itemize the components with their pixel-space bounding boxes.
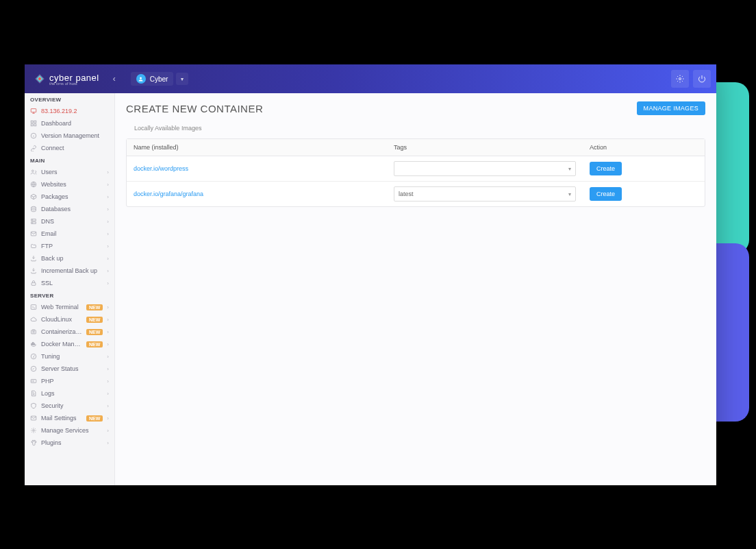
- create-button[interactable]: Create: [590, 187, 622, 201]
- image-name-cell: docker.io/wordpress: [127, 156, 387, 181]
- chevron-right-icon: ›: [107, 256, 109, 262]
- user-chip[interactable]: Cyber: [131, 72, 174, 86]
- sidebar-collapse-toggle[interactable]: ‹: [108, 74, 121, 84]
- sidebar-item-ssl[interactable]: SSL›: [25, 277, 114, 289]
- chevron-right-icon: ›: [107, 219, 109, 225]
- sidebar-item-security[interactable]: Security›: [25, 400, 114, 412]
- sidebar-item-tuning[interactable]: Tuning›: [25, 350, 114, 363]
- svg-rect-23: [32, 343, 34, 344]
- package-icon: [30, 193, 37, 200]
- sidebar-item-email[interactable]: Email›: [25, 228, 114, 240]
- sidebar-item-label: Mail Settings: [41, 415, 82, 422]
- sidebar-item-label: SSL: [41, 280, 103, 286]
- images-table: Name (installed) Tags Action docker.io/w…: [126, 138, 705, 207]
- sidebar-item-ftp[interactable]: FTP›: [25, 240, 114, 252]
- sidebar-item-plugins[interactable]: Plugins›: [25, 437, 114, 449]
- tag-select[interactable]: [394, 161, 576, 176]
- user-menu-caret[interactable]: ▾: [176, 73, 188, 85]
- chevron-right-icon: ›: [107, 354, 109, 360]
- image-tags-cell: latest: [387, 182, 583, 206]
- container-icon: [30, 328, 37, 335]
- brand[interactable]: cyber panel the cms of host: [30, 73, 103, 86]
- backup-icon: [30, 267, 37, 274]
- sidebar-item-server-status[interactable]: Server Status›: [25, 363, 114, 375]
- image-name-link[interactable]: docker.io/wordpress: [134, 165, 188, 172]
- sidebar-item-label: Websites: [41, 181, 103, 188]
- sidebar-item-83-136-219-2[interactable]: 83.136.219.2: [25, 105, 114, 117]
- col-header-tags: Tags: [387, 139, 583, 156]
- image-name-link[interactable]: docker.io/grafana/grafana: [134, 191, 203, 197]
- sidebar-item-dns[interactable]: DNS›: [25, 215, 114, 228]
- col-header-action: Action: [583, 139, 705, 156]
- sidebar-item-cloudlinux[interactable]: CloudLinuxNEW›: [25, 313, 114, 326]
- image-action-cell: Create: [583, 156, 705, 181]
- dns-icon: [30, 218, 37, 225]
- logs-icon: [30, 390, 37, 397]
- lock-icon: [30, 280, 37, 286]
- table-header: Name (installed) Tags Action: [127, 139, 705, 156]
- main-content: CREATE NEW CONTAINER MANAGE IMAGES Local…: [115, 93, 716, 485]
- status-icon: [30, 365, 37, 372]
- sidebar-item-web-terminal[interactable]: Web TerminalNEW›: [25, 301, 114, 313]
- sidebar-item-label: Users: [41, 169, 103, 175]
- decor-purple: [715, 243, 749, 422]
- sidebar-item-back-up[interactable]: Back up›: [25, 252, 114, 265]
- manage-images-button[interactable]: MANAGE IMAGES: [637, 101, 705, 115]
- sidebar-item-label: Email: [41, 230, 103, 237]
- sidebar-item-incremental-back-up[interactable]: Incremental Back up›: [25, 265, 114, 277]
- svg-rect-5: [31, 109, 36, 112]
- backup-icon: [30, 255, 37, 262]
- sidebar-item-label: 83.136.219.2: [41, 108, 109, 114]
- sidebar-item-databases[interactable]: Databases›: [25, 203, 114, 215]
- chevron-right-icon: ›: [107, 366, 109, 372]
- users-icon: [30, 169, 37, 175]
- sidebar-item-manage-services[interactable]: Manage Services›: [25, 424, 114, 437]
- svg-point-13: [32, 206, 36, 208]
- new-badge: NEW: [86, 415, 103, 422]
- sidebar-item-packages[interactable]: Packages›: [25, 191, 114, 203]
- desktop-icon: [30, 108, 37, 114]
- tag-select[interactable]: latest: [394, 186, 576, 202]
- chevron-right-icon: ›: [107, 268, 109, 274]
- sidebar-item-logs[interactable]: Logs›: [25, 387, 114, 400]
- sidebar-item-docker-manager[interactable]: Docker ManagerNEW›: [25, 338, 114, 350]
- chevron-right-icon: ›: [107, 169, 109, 175]
- database-icon: [30, 206, 37, 212]
- gear-icon: [676, 75, 684, 83]
- power-button[interactable]: [693, 70, 711, 88]
- sidebar-item-dashboard[interactable]: Dashboard: [25, 117, 114, 130]
- svg-point-3: [140, 77, 142, 79]
- security-icon: [30, 402, 37, 409]
- sidebar-item-websites[interactable]: Websites›: [25, 178, 114, 191]
- svg-point-28: [33, 430, 35, 432]
- sidebar-item-users[interactable]: Users›: [25, 166, 114, 178]
- svg-rect-17: [32, 283, 36, 286]
- sidebar-item-label: Web Terminal: [41, 304, 82, 310]
- image-tags-cell: [387, 156, 583, 181]
- sidebar-item-label: Dashboard: [41, 120, 109, 127]
- info-icon: [30, 132, 37, 139]
- settings-button[interactable]: [671, 70, 689, 88]
- sidebar-item-mail-settings[interactable]: Mail SettingsNEW›: [25, 412, 114, 424]
- chevron-right-icon: ›: [107, 329, 109, 335]
- sidebar-item-label: Incremental Back up: [41, 267, 103, 274]
- chevron-right-icon: ›: [107, 317, 109, 323]
- sidebar-item-php[interactable]: PHP›: [25, 375, 114, 387]
- sidebar-group-title: SERVER: [25, 289, 114, 301]
- sidebar-item-containerization[interactable]: ContainerizationNEW›: [25, 326, 114, 338]
- terminal-icon: [30, 304, 37, 310]
- svg-rect-7: [34, 121, 36, 123]
- plugin-icon: [30, 439, 37, 446]
- sidebar-item-connect[interactable]: Connect: [25, 142, 114, 154]
- docker-icon: [30, 341, 37, 347]
- dashboard-icon: [30, 120, 37, 127]
- sidebar-item-version-management[interactable]: Version Management: [25, 130, 114, 142]
- sidebar-item-label: Packages: [41, 193, 103, 200]
- sidebar-item-label: Connect: [41, 145, 109, 151]
- mail-icon: [30, 415, 37, 422]
- chevron-right-icon: ›: [107, 415, 109, 422]
- create-button[interactable]: Create: [590, 162, 622, 175]
- user-name: Cyber: [150, 75, 168, 83]
- services-icon: [30, 427, 37, 434]
- sidebar-item-label: Logs: [41, 390, 103, 397]
